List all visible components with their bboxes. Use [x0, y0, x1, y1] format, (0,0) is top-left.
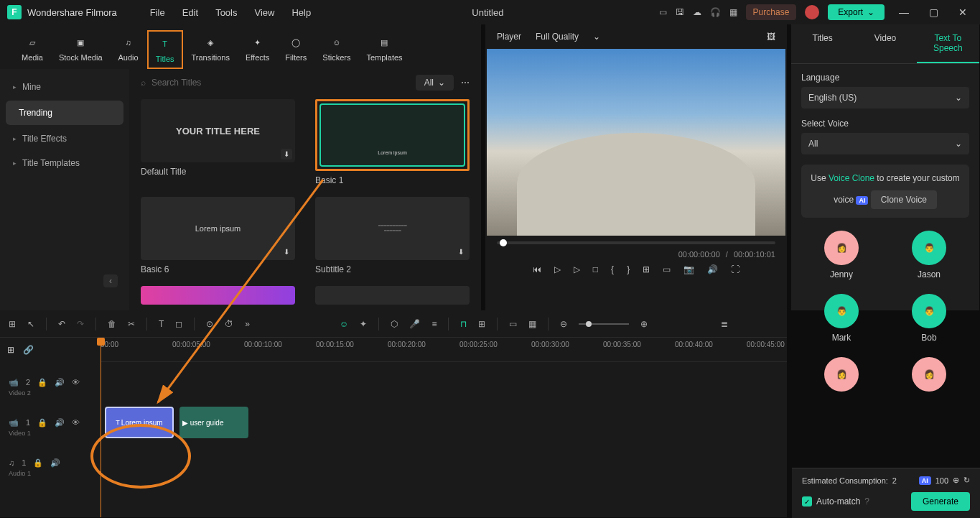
refresh-icon[interactable]: ↻ [963, 476, 970, 485]
track-header-audio-1[interactable]: ♫1 🔒 🔊 Audio 1 [0, 443, 101, 483]
tab-effects[interactable]: ✦Effects [238, 30, 276, 69]
menu-edit[interactable]: Edit [177, 4, 204, 21]
title-card-extra-2[interactable] [315, 286, 470, 305]
language-select[interactable]: English (US)⌄ [801, 87, 969, 108]
sidebar-item-title-templates[interactable]: ▸Title Templates [0, 151, 129, 175]
sidebar-item-title-effects[interactable]: ▸Title Effects [0, 126, 129, 151]
play-start-icon[interactable]: ▷ [554, 264, 561, 274]
voice-extra-2[interactable]: 👩 [889, 357, 969, 396]
maximize-button[interactable]: ▢ [923, 6, 944, 18]
title-card-subtitle-2[interactable]: ━━━━━━━━━━━━━━━━⬇ Subtitle 2 [315, 197, 470, 274]
play-icon[interactable]: ▷ [574, 264, 580, 274]
tab-filters[interactable]: ◯Filters [278, 30, 314, 69]
list-icon[interactable]: ≣ [721, 319, 728, 329]
display-icon[interactable]: ▭ [663, 264, 671, 274]
zoom-in-icon[interactable]: ⊕ [640, 319, 648, 329]
tab-titles[interactable]: TTitles [147, 30, 183, 69]
clone-voice-button[interactable]: Clone Voice [871, 190, 937, 209]
headphones-icon[interactable]: 🎧 [710, 7, 721, 17]
link-icon[interactable]: ⊞ [478, 319, 485, 329]
add-track-icon[interactable]: ⊞ [7, 345, 14, 355]
track-video-1[interactable]: TLorem ipsum ▶ user guide [101, 402, 787, 443]
mute-icon[interactable]: 🔊 [50, 458, 60, 468]
export-button[interactable]: Export⌄ [828, 4, 885, 20]
save-icon[interactable]: 🖫 [676, 7, 684, 17]
title-card-default-title[interactable]: YOUR TITLE HERE⬇ Default Title [141, 99, 295, 185]
fullscreen-icon[interactable]: ⛶ [731, 264, 739, 274]
rp-tab-video[interactable]: Video [854, 24, 916, 63]
search-input[interactable]: ⌕ Search Titles [141, 78, 409, 88]
crop-icon[interactable]: ◻ [175, 319, 182, 329]
sidebar-back-button[interactable]: ‹ [103, 274, 118, 287]
rp-tab-tts[interactable]: Text To Speech [917, 24, 979, 63]
marker-icon[interactable]: ⬡ [391, 319, 398, 329]
timer-icon[interactable]: ⏱ [225, 319, 233, 329]
rp-tab-titles[interactable]: Titles [791, 24, 854, 63]
mic-icon[interactable]: 🎤 [409, 319, 420, 329]
title-card-basic-6[interactable]: Lorem ipsum⬇ Basic 6 [141, 197, 295, 274]
clip-video[interactable]: ▶ user guide [179, 407, 248, 438]
snapshot-icon[interactable]: 🖼 [767, 32, 775, 42]
title-card-extra-1[interactable] [141, 286, 295, 305]
automatch-checkbox[interactable]: ✓Auto-match ? [802, 496, 869, 507]
more-icon[interactable]: ⋯ [461, 78, 470, 88]
tab-media[interactable]: ▱Media [14, 30, 50, 69]
eye-icon[interactable]: 👁 [72, 418, 80, 427]
cursor-icon[interactable]: ↖ [27, 319, 34, 329]
menu-help[interactable]: Help [286, 4, 317, 21]
settings-icon[interactable]: ⊞ [643, 264, 650, 274]
voice-clone-link[interactable]: Voice Clone [829, 173, 874, 183]
sidebar-item-mine[interactable]: ▸Mine [0, 75, 129, 99]
mark-out-icon[interactable]: } [627, 264, 630, 274]
user-avatar[interactable] [805, 5, 819, 19]
menu-tools[interactable]: Tools [210, 4, 243, 21]
sparkle-icon[interactable]: ✦ [360, 319, 367, 329]
cut-icon[interactable]: ✂ [128, 319, 135, 329]
stop-icon[interactable]: □ [593, 264, 598, 274]
sidebar-item-trending[interactable]: Trending [6, 101, 123, 125]
mute-icon[interactable]: 🔊 [55, 418, 65, 427]
menu-view[interactable]: View [248, 4, 280, 21]
minimize-button[interactable]: — [893, 6, 915, 18]
voice-extra-1[interactable]: 👩 [801, 357, 882, 396]
tab-stickers[interactable]: ☺Stickers [315, 30, 358, 69]
preview-video[interactable] [487, 49, 785, 236]
voice-bob[interactable]: 👨Bob [889, 294, 969, 343]
screen-icon[interactable]: ▭ [659, 7, 667, 17]
magnet-icon[interactable]: ⊓ [460, 319, 467, 329]
cloud-icon[interactable]: ☁ [693, 7, 701, 17]
zoom-slider[interactable] [579, 323, 629, 325]
mark-in-icon[interactable]: { [611, 264, 614, 274]
track-header-video-1[interactable]: 📹1 🔒 🔊 👁 Video 1 [0, 402, 101, 443]
ai-icon[interactable]: ☺ [340, 319, 348, 329]
scrubber-handle[interactable] [500, 239, 507, 246]
volume-icon[interactable]: 🔊 [707, 264, 718, 274]
help-icon[interactable]: ? [864, 496, 869, 507]
mute-icon[interactable]: 🔊 [55, 378, 65, 387]
redo-icon[interactable]: ↷ [77, 319, 84, 329]
more-icon[interactable]: » [245, 319, 250, 329]
link-track-icon[interactable]: 🔗 [23, 345, 34, 355]
menu-file[interactable]: File [144, 4, 171, 21]
zoom-out-icon[interactable]: ⊖ [560, 319, 567, 329]
delete-icon[interactable]: 🗑 [108, 319, 116, 329]
grid-icon[interactable]: ▦ [528, 319, 536, 329]
quality-dropdown[interactable]: Full Quality⌄ [536, 32, 600, 42]
filter-dropdown[interactable]: All⌄ [416, 75, 454, 91]
title-card-basic-1[interactable]: Lorem ipsum Basic 1 [315, 99, 470, 185]
camera-icon[interactable]: 📷 [683, 264, 694, 274]
voice-jenny[interactable]: 👩Jenny [801, 231, 882, 279]
track-header-video-2[interactable]: 📹2 🔒 🔊 👁 Video 2 [0, 362, 101, 402]
lock-icon[interactable]: 🔒 [37, 378, 47, 387]
tracks-area[interactable]: 00:00 00:00:05:00 00:00:10:00 00:00:15:0… [101, 338, 787, 517]
track-audio-1[interactable] [101, 443, 787, 483]
lock-icon[interactable]: 🔒 [33, 458, 43, 468]
tab-stock-media[interactable]: ▣Stock Media [52, 30, 110, 69]
speed-icon[interactable]: ⊙ [206, 319, 213, 329]
lock-icon[interactable]: 🔒 [37, 418, 47, 427]
layout-icon[interactable]: ⊞ [9, 319, 16, 329]
render-icon[interactable]: ▭ [509, 319, 517, 329]
text-icon[interactable]: T [159, 319, 164, 329]
tab-transitions[interactable]: ◈Transitions [185, 30, 237, 69]
mixer-icon[interactable]: ≡ [431, 319, 437, 329]
